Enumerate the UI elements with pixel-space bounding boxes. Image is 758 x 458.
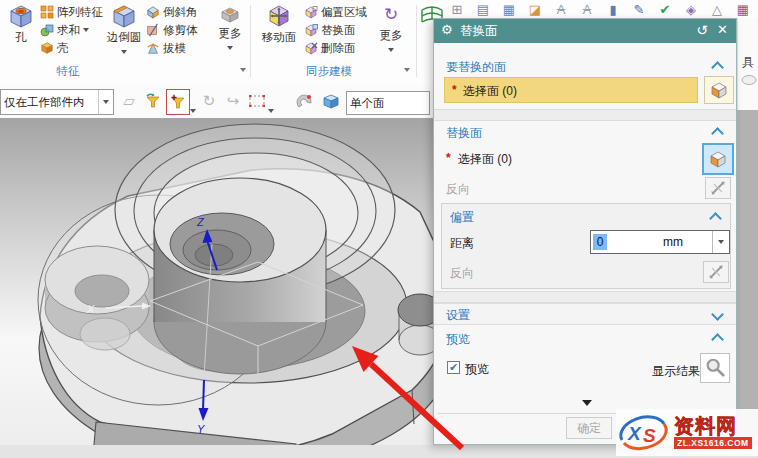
replace-face-icon — [305, 24, 318, 37]
ribbon-button-draft[interactable]: 拔模 — [146, 39, 186, 57]
chevron-down-icon[interactable] — [190, 99, 196, 117]
section-replacement-face[interactable]: 替换面 — [434, 123, 736, 143]
suppress-a-icon[interactable]: A — [548, 0, 574, 20]
chevron-down-icon[interactable] — [98, 90, 113, 114]
assembly-icon[interactable]: ▦ — [496, 0, 522, 20]
ribbon-button-delete-face[interactable]: 删除面 — [305, 39, 356, 57]
stamp-icon[interactable]: ◈ — [678, 0, 704, 20]
distance-value[interactable]: 0 — [593, 234, 607, 250]
close-icon[interactable]: ✕ — [717, 22, 728, 37]
rotate-tool-icon[interactable]: ↻ — [198, 89, 220, 113]
section-title: 要替换的面 — [446, 59, 506, 76]
svg-text:X: X — [627, 423, 642, 444]
pen-icon[interactable]: ✎ — [626, 0, 652, 20]
ribbon-button-label: 阵列特征 — [57, 5, 103, 20]
quick-access-toolbar: ⊞ ▤ ▦ ◪ A A ▮ ✎ ✔ ◈ △ ▦ — [444, 0, 756, 20]
reverse-direction-label: 反向 — [446, 181, 470, 198]
ribbon-button-label: 孔 — [2, 31, 40, 44]
chevron-up-icon — [711, 127, 724, 140]
chevron-down-icon — [227, 46, 233, 50]
shell-icon — [40, 41, 54, 55]
svg-text:S: S — [643, 425, 656, 446]
group-dialog-launcher-icon[interactable] — [240, 68, 246, 72]
chevron-up-icon — [709, 212, 722, 225]
ribbon-button-edge-blend[interactable]: 边倒圆 — [104, 2, 144, 64]
ribbon-button-shell[interactable]: 壳 — [40, 39, 69, 57]
offset-panel: 偏置 距离 0 mm 反向 — [441, 203, 731, 289]
watermark: X S 资料网 ZL.XS1616.COM — [616, 409, 758, 456]
cube-face-icon — [710, 81, 728, 99]
select-face-label[interactable]: 选择面 (0) — [458, 151, 512, 168]
ribbon-button-more-feature[interactable]: 更多 — [212, 2, 248, 64]
face-select-button-active[interactable] — [702, 143, 734, 175]
ribbon-button-hole[interactable]: 孔 — [2, 2, 40, 64]
dialog-header[interactable]: ⚙ 替换面 ↺ ✕ — [434, 19, 736, 43]
preview-checkbox-label[interactable]: 预览 — [465, 361, 489, 378]
ribbon-button-replace-face[interactable]: 替换面 — [305, 21, 356, 39]
section-preview[interactable]: 预览 — [434, 329, 736, 349]
chevron-up-icon — [711, 61, 724, 74]
check-icon[interactable]: ✔ — [652, 0, 678, 20]
chevron-down-icon — [388, 48, 394, 52]
rectangle-select-icon[interactable] — [246, 89, 268, 113]
watermark-site-url: ZL.XS1616.COM — [674, 437, 752, 449]
more-shape-icon — [219, 3, 241, 25]
y-axis-line — [203, 380, 204, 410]
move-tool-icon[interactable]: ↪ — [222, 89, 244, 113]
gear-icon[interactable]: ⚙ — [441, 22, 453, 37]
solid-body-icon[interactable] — [320, 89, 342, 113]
side-panel-edge: 具 — [737, 18, 758, 445]
ribbon-button-pattern-feature[interactable]: 阵列特征 — [40, 3, 103, 21]
chevron-down-icon — [83, 28, 89, 32]
section-settings[interactable]: 设置 — [434, 303, 736, 325]
hole-icon — [8, 3, 34, 29]
ribbon-group-label-synchronous: 同步建模 — [283, 64, 375, 79]
cylinder-icon[interactable]: ▮ — [600, 0, 626, 20]
snap-point-icon[interactable] — [294, 89, 316, 113]
datum-filter-icon[interactable]: ▱ — [118, 89, 140, 113]
ribbon-button-unite[interactable]: 求和 — [40, 21, 89, 39]
preview-checkbox[interactable]: ✔ — [447, 361, 460, 374]
general-filter-icon[interactable] — [142, 89, 164, 113]
watermark-logo-icon: X S — [616, 412, 672, 454]
ribbon-button-more-synchronous[interactable]: ↻ 更多 — [372, 2, 410, 64]
active-filter-icon[interactable] — [166, 89, 190, 115]
ribbon-button-offset-region[interactable]: 偏置区域 — [305, 3, 367, 21]
reverse-direction-button[interactable] — [705, 177, 731, 199]
face-select-button[interactable] — [704, 76, 734, 104]
selection-scope-combo[interactable]: 仅在工作部件内 — [0, 89, 114, 115]
dialog-collapse-icon[interactable] — [582, 400, 592, 406]
ok-button[interactable]: 确定 — [566, 417, 612, 439]
select-face-row-highlighted[interactable]: * 选择面 (0) — [444, 77, 698, 103]
select-face-label: 选择面 (0) — [463, 83, 517, 100]
ribbon-button-trim-body[interactable]: 修剪体 — [146, 21, 198, 39]
ribbon-separator — [250, 5, 251, 77]
dialog-title: 替换面 — [460, 23, 498, 40]
grid-icon[interactable]: ▦ — [730, 0, 756, 20]
section-title: 预览 — [446, 331, 470, 348]
bubble-icon — [741, 74, 757, 86]
section-faces-to-replace[interactable]: 要替换的面 — [434, 57, 736, 77]
suppress-b-icon[interactable]: A — [574, 0, 600, 20]
y-axis-label: Y — [197, 423, 205, 435]
magnifier-icon — [704, 357, 726, 379]
offset-section-title[interactable]: 偏置 — [450, 209, 474, 226]
distance-dropdown[interactable] — [712, 231, 729, 253]
ribbon-button-label: 偏置区域 — [321, 5, 367, 20]
group-dialog-launcher-icon[interactable] — [404, 68, 410, 72]
chevron-down-icon — [121, 50, 127, 54]
reverse-direction-button[interactable] — [703, 261, 729, 283]
chevron-down-icon[interactable] — [268, 99, 274, 117]
ribbon-button-chamfer[interactable]: 倒斜角 — [146, 3, 198, 21]
layers-icon[interactable]: ▤ — [470, 0, 496, 20]
triangle-icon[interactable]: △ — [704, 0, 730, 20]
ribbon-button-move-face[interactable]: 移动面 — [255, 2, 303, 64]
trim-body-icon — [146, 23, 160, 37]
face-rule-combo[interactable]: 单个面 — [346, 91, 430, 115]
distance-input[interactable]: 0 mm — [590, 230, 730, 254]
unite-icon — [40, 23, 54, 37]
tag-icon[interactable]: ◪ — [522, 0, 548, 20]
reset-icon[interactable]: ↺ — [696, 22, 708, 38]
show-result-button[interactable] — [700, 353, 730, 383]
snapshot-icon[interactable]: ⊞ — [444, 0, 470, 20]
